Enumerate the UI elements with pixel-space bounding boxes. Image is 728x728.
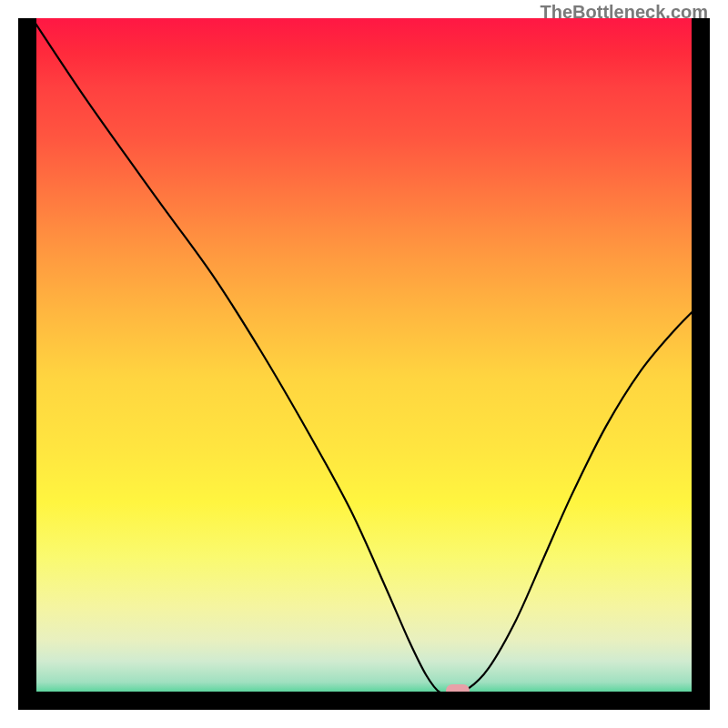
chart-container: TheBottleneck.com xyxy=(0,0,728,728)
watermark-text: TheBottleneck.com xyxy=(541,2,708,23)
frame-left xyxy=(18,18,36,710)
chart-frame xyxy=(18,18,710,710)
frame-right xyxy=(692,18,710,710)
frame-bottom xyxy=(18,692,710,710)
